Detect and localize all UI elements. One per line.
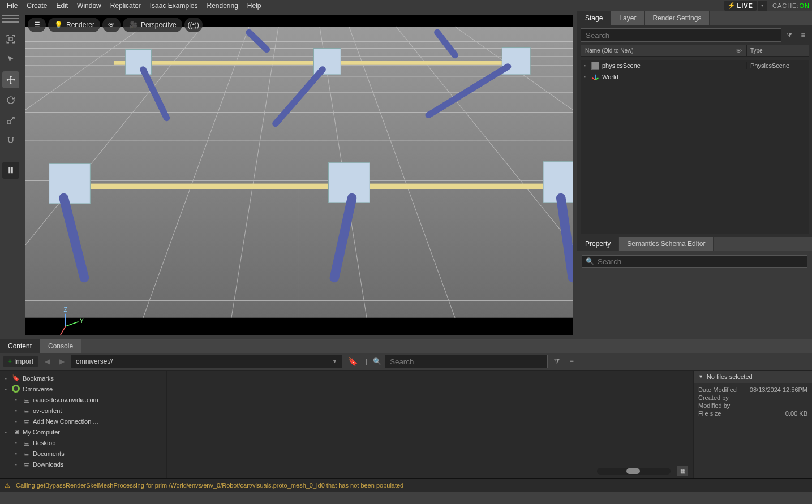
rotate-tool[interactable] (2, 92, 19, 109)
path-dropdown-icon[interactable]: ▼ (332, 359, 337, 364)
content-files-area[interactable]: ▦ (167, 371, 693, 478)
search-icon: 🔍 (373, 357, 381, 365)
expand-icon[interactable]: ▪ (581, 63, 588, 68)
path-input[interactable]: omniverse:// ▼ (71, 355, 342, 368)
details-header[interactable]: ▼No files selected (694, 371, 812, 383)
pause-button[interactable] (2, 162, 19, 179)
row-name: physicsScene (602, 62, 746, 69)
viewport-canvas[interactable]: Z Y X (25, 15, 573, 335)
status-message: Calling getBypassRenderSkelMeshProcessin… (16, 482, 403, 489)
tree-isaac-dev[interactable]: ▪🖴isaac-dev.ov.nvidia.com (0, 394, 166, 405)
tree-downloads[interactable]: ▪🖴Downloads (0, 459, 166, 469)
header-type[interactable]: Type (746, 45, 809, 56)
stage-tree[interactable]: ▪ physicsScene PhysicsScene ▪ World (581, 60, 809, 234)
tab-content[interactable]: Content (0, 339, 40, 353)
import-label: Import (14, 357, 33, 365)
header-name[interactable]: Name (Old to New) (581, 45, 731, 56)
filter-icon[interactable]: ⧩ (784, 29, 795, 41)
cache-value: ON (800, 2, 810, 9)
tab-console[interactable]: Console (40, 339, 81, 353)
cache-label: CACHE: (772, 2, 800, 9)
drive-icon: 🖴 (22, 407, 31, 414)
tree-row-physicsscene[interactable]: ▪ physicsScene PhysicsScene (581, 60, 809, 71)
viewport-frame[interactable]: ☰ 💡Renderer 👁 🎥Perspective ((•)) (25, 15, 573, 335)
tree-bookmarks[interactable]: ▪🔖Bookmarks (0, 373, 166, 384)
thumbnail-size-slider[interactable] (597, 468, 671, 475)
svg-text:Z: Z (64, 307, 67, 313)
tab-property[interactable]: Property (577, 237, 619, 251)
content-search[interactable] (385, 355, 548, 368)
live-dropdown[interactable]: ▾ (758, 1, 767, 11)
content-tree[interactable]: ▪🔖Bookmarks ▪Omniverse ▪🖴isaac-dev.ov.nv… (0, 371, 167, 478)
filter-icon[interactable]: ⧩ (551, 356, 562, 367)
property-search[interactable]: 🔍 (582, 255, 807, 268)
live-badge[interactable]: ⚡ LIVE (724, 1, 756, 11)
tree-ov-content[interactable]: ▪🖴ov-content (0, 405, 166, 416)
visibility-header-icon[interactable]: 👁 (736, 48, 742, 54)
path-text: omniverse:// (76, 357, 113, 365)
tree-desktop[interactable]: ▪🖴Desktop (0, 437, 166, 448)
svg-rect-36 (49, 163, 91, 204)
status-bar: ⚠ Calling getBypassRenderSkelMeshProcess… (0, 478, 812, 492)
audio-button[interactable]: ((•)) (184, 18, 203, 32)
tab-layer[interactable]: Layer (611, 11, 645, 25)
tab-stage[interactable]: Stage (577, 11, 611, 25)
viewport-settings-button[interactable]: ☰ (28, 18, 46, 32)
svg-rect-27 (126, 50, 152, 75)
pointer-tool[interactable] (2, 51, 19, 68)
search-icon: 🔍 (586, 257, 594, 265)
property-search-input[interactable] (598, 257, 804, 266)
chevron-down-icon: ▼ (698, 374, 703, 380)
settings-icon: ☰ (32, 20, 41, 29)
snap-tool[interactable] (2, 132, 19, 149)
eye-icon: 👁 (107, 20, 116, 29)
grid-view-button[interactable]: ▦ (677, 466, 688, 476)
tree-add-connection[interactable]: ▪🖴Add New Connection ... (0, 416, 166, 427)
menu-isaac-examples[interactable]: Isaac Examples (145, 0, 203, 11)
tree-row-world[interactable]: ▪ World (581, 71, 809, 83)
menu-file[interactable]: File (2, 0, 22, 11)
renderer-button[interactable]: 💡Renderer (48, 18, 100, 32)
nav-forward-button[interactable]: ▶ (56, 356, 67, 367)
options-icon[interactable]: ≡ (566, 356, 577, 367)
import-button[interactable]: +Import (3, 356, 38, 367)
menu-help[interactable]: Help (243, 0, 266, 11)
row-type: PhysicsScene (746, 62, 809, 69)
menu-edit[interactable]: Edit (51, 0, 72, 11)
scale-tool[interactable] (2, 112, 19, 129)
stage-search-input[interactable] (581, 28, 781, 42)
hamburger-icon[interactable] (2, 15, 19, 23)
warning-icon: ⚠ (5, 482, 10, 489)
tree-documents[interactable]: ▪🖴Documents (0, 448, 166, 459)
date-modified-label: Date Modified (698, 386, 737, 393)
tree-my-computer[interactable]: ▪🖥My Computer (0, 427, 166, 437)
property-panel: Property Semantics Schema Editor 🔍 (577, 237, 812, 339)
menu-bar: File Create Edit Window Replicator Isaac… (0, 0, 812, 11)
menu-window[interactable]: Window (72, 0, 106, 11)
bookmark-icon[interactable]: 🔖 (348, 357, 358, 366)
visibility-button[interactable]: 👁 (102, 18, 121, 32)
drive-icon: 🖴 (22, 418, 31, 425)
camera-button[interactable]: 🎥Perspective (123, 18, 182, 32)
move-tool[interactable] (2, 71, 19, 88)
content-toolbar: +Import ◀ ▶ omniverse:// ▼ 🔖 | 🔍 ⧩ ≡ (0, 353, 812, 370)
expand-icon[interactable]: ▪ (581, 74, 588, 80)
tab-semantics-schema-editor[interactable]: Semantics Schema Editor (619, 237, 714, 251)
bottom-panel: Content Console +Import ◀ ▶ omniverse://… (0, 339, 812, 478)
nav-back-button[interactable]: ◀ (41, 356, 53, 367)
tab-render-settings[interactable]: Render Settings (645, 11, 710, 25)
menu-replicator[interactable]: Replicator (106, 0, 145, 11)
drive-icon: 🖴 (22, 440, 31, 446)
content-search-input[interactable] (390, 357, 543, 366)
options-icon[interactable]: ≡ (797, 29, 809, 41)
select-frame-tool[interactable] (2, 31, 19, 48)
renderer-label: Renderer (66, 21, 94, 29)
svg-rect-1 (7, 120, 11, 124)
menu-create[interactable]: Create (22, 0, 51, 11)
live-text: LIVE (737, 2, 753, 9)
tree-omniverse[interactable]: ▪Omniverse (0, 384, 166, 394)
menu-rendering[interactable]: Rendering (202, 0, 242, 11)
camera-icon: 🎥 (128, 20, 138, 29)
file-size-label: File size (698, 410, 721, 417)
svg-rect-0 (9, 37, 12, 41)
